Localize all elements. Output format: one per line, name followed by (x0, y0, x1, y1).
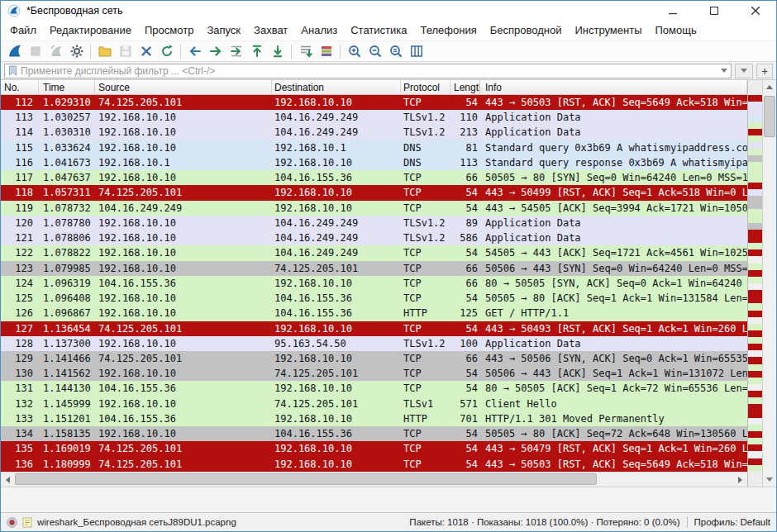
cell-len: 66 (450, 276, 480, 291)
save-file-icon (118, 44, 133, 59)
cell-time: 1.079985 (39, 261, 95, 276)
reload-file-button[interactable] (156, 41, 177, 61)
zoom-out-button[interactable] (365, 41, 385, 61)
filter-history-chevron-icon[interactable] (721, 69, 727, 73)
packet-row[interactable]: 1121.02931074.125.205.101192.168.10.10TC… (1, 95, 747, 110)
scroll-right-button[interactable] (733, 473, 747, 487)
vertical-scroll-thumb[interactable] (764, 96, 775, 137)
menu-item-edit[interactable]: Редактирование (43, 21, 138, 40)
packet-row[interactable]: 1201.078780192.168.10.10104.16.249.249TL… (1, 216, 747, 230)
scroll-up-button[interactable] (763, 80, 777, 94)
packet-row[interactable]: 1211.078806192.168.10.10104.16.249.249TL… (1, 230, 747, 245)
empty-detail-pane (1, 487, 776, 512)
maximize-button[interactable] (694, 1, 735, 21)
display-filter-input[interactable] (21, 65, 717, 77)
column-header-protocol[interactable]: Protocol (401, 80, 450, 94)
cell-time: 1.078732 (39, 201, 95, 216)
go-forward-button[interactable] (205, 41, 226, 61)
vertical-scroll-track[interactable] (763, 94, 776, 473)
packet-row[interactable]: 1221.078822192.168.10.10104.16.249.249TC… (1, 245, 747, 260)
close-button[interactable] (735, 1, 776, 21)
menu-item-go[interactable]: Запуск (200, 21, 247, 40)
scroll-down-button[interactable] (763, 473, 777, 487)
cell-no: 126 (1, 306, 39, 321)
column-header-source[interactable]: Source (95, 80, 272, 94)
packet-row[interactable]: 1141.030310192.168.10.10104.16.249.249TL… (1, 125, 747, 140)
maximize-icon (710, 7, 718, 15)
menu-item-file[interactable]: Файл (3, 21, 43, 40)
minimap-stripe (748, 290, 762, 297)
menu-item-statistics[interactable]: Статистика (344, 21, 413, 40)
cell-time: 1.047637 (39, 170, 95, 185)
go-to-bottom-button[interactable] (267, 41, 288, 61)
reload-file-icon (160, 44, 174, 59)
packet-row[interactable]: 1291.14146674.125.205.101192.168.10.10TC… (1, 351, 747, 366)
packet-row[interactable]: 1131.030257192.168.10.10104.16.249.249TL… (1, 110, 747, 125)
packet-row[interactable]: 1331.151201104.16.155.36192.168.10.10HTT… (1, 411, 747, 426)
cell-no: 129 (1, 351, 39, 366)
go-to-top-button[interactable] (246, 41, 267, 61)
cell-len: 213 (450, 125, 480, 140)
close-file-button[interactable] (136, 41, 156, 61)
cell-no: 128 (1, 336, 39, 351)
minimap-stripe (748, 115, 762, 121)
packet-row[interactable]: 1151.033624192.168.10.10192.168.10.1DNS8… (1, 140, 747, 155)
capture-comment-icon[interactable] (22, 517, 32, 528)
packet-row[interactable]: 1321.145999192.168.10.1074.125.205.101TL… (1, 397, 747, 411)
menu-item-telephony[interactable]: Телефония (413, 21, 483, 40)
resize-columns-button[interactable] (406, 41, 427, 61)
filter-expression-dropdown[interactable] (735, 64, 753, 78)
menu-item-help[interactable]: Помощь (649, 21, 703, 40)
colorize-packets-button[interactable] (316, 41, 336, 61)
packet-row[interactable]: 1351.16901974.125.205.101192.168.10.10TC… (1, 441, 747, 456)
filter-bookmark-icon[interactable] (8, 65, 17, 76)
packet-row[interactable]: 1341.158135192.168.10.10104.16.155.36TCP… (1, 426, 747, 441)
minimap-stripe (748, 317, 762, 324)
column-header-length[interactable]: Length (450, 80, 480, 94)
auto-scroll-button[interactable] (295, 41, 316, 61)
packet-row[interactable]: 1281.137300192.168.10.1095.163.54.50TLSv… (1, 336, 747, 351)
menu-item-wireless[interactable]: Беспроводной (484, 21, 569, 40)
start-capture-button[interactable] (4, 41, 25, 61)
filter-add-button[interactable]: + (756, 64, 773, 78)
packet-row[interactable]: 1261.096867192.168.10.10104.16.155.36HTT… (1, 306, 747, 321)
packet-row[interactable]: 1181.05731174.125.205.101192.168.10.10TC… (1, 185, 747, 200)
packet-row[interactable]: 1171.047637192.168.10.10104.16.155.36TCP… (1, 170, 747, 185)
column-header-no[interactable]: No. (1, 80, 39, 94)
packet-row[interactable]: 1271.13645474.125.205.101192.168.10.10TC… (1, 321, 747, 336)
column-header-destination[interactable]: Destination (272, 80, 401, 94)
column-header-time[interactable]: Time (39, 80, 95, 94)
go-back-button[interactable] (184, 41, 205, 61)
packet-minimap[interactable] (747, 80, 762, 487)
minimize-button[interactable] (652, 1, 694, 21)
cell-time: 1.137300 (39, 336, 95, 351)
packet-row[interactable]: 1161.041673192.168.10.1192.168.10.10DNS1… (1, 155, 747, 170)
cell-src: 74.125.205.101 (95, 185, 272, 200)
packet-row[interactable]: 1231.079985192.168.10.1074.125.205.101TC… (1, 261, 747, 276)
packet-row[interactable]: 1241.096319104.16.155.36192.168.10.10TCP… (1, 276, 747, 291)
horizontal-scroll-thumb[interactable] (15, 473, 597, 485)
column-header-info[interactable]: Info (480, 80, 747, 94)
scroll-left-button[interactable] (1, 473, 15, 487)
menu-item-view[interactable]: Просмотр (138, 21, 200, 40)
zoom-in-button[interactable] (344, 41, 365, 61)
open-file-button[interactable] (94, 41, 115, 61)
capture-options-button[interactable] (66, 41, 87, 61)
packet-row[interactable]: 1191.078732104.16.249.249192.168.10.10TC… (1, 201, 747, 216)
menu-item-capture[interactable]: Захват (247, 21, 294, 40)
cell-info: Application Data (480, 336, 747, 351)
go-to-packet-button[interactable] (226, 41, 246, 61)
horizontal-scroll-track[interactable] (15, 473, 733, 487)
packet-row[interactable]: 1301.141562192.168.10.1074.125.205.101TC… (1, 366, 747, 381)
packet-row[interactable]: 1251.096408192.168.10.10104.16.155.36TCP… (1, 291, 747, 306)
menu-item-analyze[interactable]: Анализ (294, 21, 344, 40)
expert-info-icon[interactable] (7, 517, 17, 528)
menu-item-tools[interactable]: Инструменты (568, 21, 648, 40)
horizontal-scrollbar[interactable] (1, 472, 747, 487)
profile-label[interactable]: Профиль: Default (694, 517, 770, 527)
packet-row[interactable]: 1361.18099974.125.205.101192.168.10.10TC… (1, 457, 747, 472)
zoom-original-button[interactable] (385, 41, 406, 61)
vertical-scrollbar[interactable] (762, 80, 776, 487)
colorize-packets-icon (319, 44, 334, 59)
packet-row[interactable]: 1311.144130104.16.155.36192.168.10.10TCP… (1, 381, 747, 396)
